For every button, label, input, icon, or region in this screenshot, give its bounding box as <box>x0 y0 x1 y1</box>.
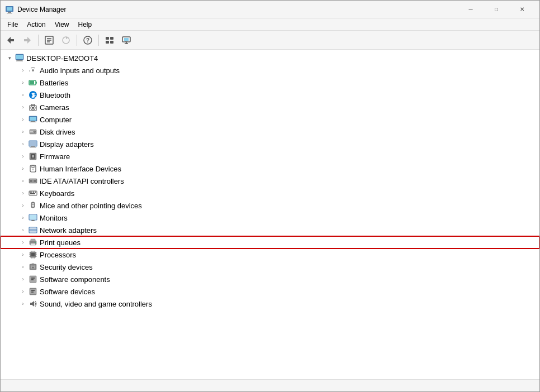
svg-point-100 <box>32 267 34 269</box>
svg-rect-53 <box>32 165 34 168</box>
tree-item-disk[interactable]: › Disk drives <box>1 126 539 138</box>
root-label: DESKTOP-EM2OOT4 <box>26 54 98 63</box>
keyboard-icon <box>29 189 37 198</box>
bluetooth-expand-icon[interactable]: › <box>18 90 27 99</box>
monitors-expand-icon[interactable]: › <box>18 213 27 222</box>
hid-expand-icon[interactable]: › <box>18 164 27 173</box>
tree-item-cameras[interactable]: › Cameras <box>1 101 539 113</box>
printer-icon <box>29 238 37 247</box>
tree-item-mice[interactable]: › Mice and other pointing devices <box>1 199 539 212</box>
ide-label: IDE ATA/ATAPI controllers <box>40 177 124 185</box>
mouse-icon <box>29 201 37 210</box>
tree-item-display[interactable]: › Display adapters <box>1 138 539 150</box>
mice-expand-icon[interactable]: › <box>18 201 27 210</box>
menu-file[interactable]: File <box>3 20 22 30</box>
tree-item-batteries[interactable]: › Batteries <box>1 77 539 89</box>
update-button[interactable] <box>58 32 74 48</box>
device-tree[interactable]: ▾ DESKTOP-EM2OOT4 › <box>1 50 539 379</box>
back-icon <box>6 35 16 45</box>
software-dev-expand-icon[interactable]: › <box>18 287 27 296</box>
forward-icon <box>22 35 32 45</box>
menu-help[interactable]: Help <box>74 20 97 30</box>
battery-icon <box>29 78 37 87</box>
svg-rect-70 <box>30 215 36 219</box>
svg-rect-3 <box>7 13 12 13</box>
tree-item-network[interactable]: › Network adapters <box>1 224 539 236</box>
software-comp-icon <box>29 275 37 284</box>
close-button[interactable]: ✕ <box>509 1 535 18</box>
disk-expand-icon[interactable]: › <box>18 127 27 136</box>
computer-icon <box>29 115 37 124</box>
keyboards-expand-icon[interactable]: › <box>18 189 27 198</box>
svg-point-27 <box>32 69 34 71</box>
svg-rect-25 <box>16 61 23 61</box>
batteries-expand-icon[interactable]: › <box>18 78 27 87</box>
svg-rect-14 <box>110 37 113 40</box>
network-expand-icon[interactable]: › <box>18 226 27 235</box>
firmware-expand-icon[interactable]: › <box>18 152 27 161</box>
tree-item-software-dev[interactable]: › Software devices <box>1 285 539 298</box>
audio-expand-icon[interactable]: › <box>18 66 27 75</box>
root-expand-icon[interactable]: ▾ <box>5 54 14 63</box>
help-button[interactable]: ? <box>80 32 96 48</box>
tree-item-sound[interactable]: › Sound, video and game controllers <box>1 298 539 310</box>
svg-rect-47 <box>31 146 35 147</box>
printqueues-expand-icon[interactable]: › <box>18 238 27 247</box>
ide-expand-icon[interactable]: › <box>18 176 27 185</box>
tree-item-firmware[interactable]: › Firmware <box>1 150 539 162</box>
properties-button[interactable] <box>41 32 57 48</box>
menu-view[interactable]: View <box>50 20 74 30</box>
processors-label: Processors <box>40 251 76 259</box>
minimize-button[interactable]: ─ <box>458 1 484 18</box>
sound-expand-icon[interactable]: › <box>18 299 27 308</box>
back-button[interactable] <box>3 32 18 48</box>
svg-rect-62 <box>33 192 34 193</box>
svg-marker-4 <box>7 37 14 44</box>
firmware-icon <box>29 152 37 161</box>
display-expand-icon[interactable]: › <box>18 140 27 149</box>
tree-item-printqueues[interactable]: › Print queues <box>1 236 539 248</box>
svg-rect-61 <box>31 192 32 193</box>
tree-item-software-comp[interactable]: › Software components <box>1 273 539 285</box>
svg-point-43 <box>34 131 35 132</box>
printqueues-label: Print queues <box>40 238 80 247</box>
tree-item-hid[interactable]: › Human Interface Devices <box>1 162 539 175</box>
svg-rect-38 <box>31 121 35 122</box>
software-comp-expand-icon[interactable]: › <box>18 275 27 284</box>
bluetooth-label: Bluetooth <box>40 91 70 99</box>
tree-item-processors[interactable]: › <box>1 248 539 261</box>
firmware-label: Firmware <box>40 152 70 161</box>
forward-button[interactable] <box>20 32 35 48</box>
menu-action[interactable]: Action <box>22 20 50 30</box>
svg-rect-24 <box>17 60 22 61</box>
svg-rect-2 <box>8 12 11 13</box>
tree-root[interactable]: ▾ DESKTOP-EM2OOT4 <box>1 52 539 64</box>
svg-rect-15 <box>106 41 109 44</box>
tree-item-monitors[interactable]: › Monitors <box>1 212 539 224</box>
svg-rect-72 <box>31 221 35 221</box>
batteries-label: Batteries <box>40 79 68 87</box>
tree-item-ide[interactable]: › IDE ATA/ATAPI controllers <box>1 175 539 187</box>
view-button[interactable] <box>102 32 117 48</box>
tree-item-keyboards[interactable]: › Keyboards <box>1 187 539 199</box>
view-icon <box>105 35 115 45</box>
security-expand-icon[interactable]: › <box>18 262 27 271</box>
tree-item-audio[interactable]: › Audio inputs and outputs <box>1 64 539 77</box>
network-label: Network adapters <box>40 226 97 235</box>
audio-label: Audio inputs and outputs <box>40 66 120 75</box>
svg-rect-48 <box>30 147 36 147</box>
maximize-button[interactable]: □ <box>484 1 509 18</box>
svg-rect-60 <box>30 192 31 193</box>
window-controls: ─ □ ✕ <box>458 1 535 18</box>
computer-expand-icon[interactable]: › <box>18 115 27 124</box>
tree-item-bluetooth[interactable]: › あ Bluetooth <box>1 89 539 101</box>
tree-item-computer[interactable]: › Computer <box>1 113 539 126</box>
processors-expand-icon[interactable]: › <box>18 250 27 259</box>
tree-item-security[interactable]: › Security devices <box>1 261 539 273</box>
hid-icon <box>29 164 37 173</box>
disk-label: Disk drives <box>40 128 75 136</box>
sound-icon <box>29 299 37 308</box>
monitor-button[interactable] <box>119 32 134 48</box>
cameras-expand-icon[interactable]: › <box>18 103 27 112</box>
svg-rect-39 <box>30 122 36 122</box>
